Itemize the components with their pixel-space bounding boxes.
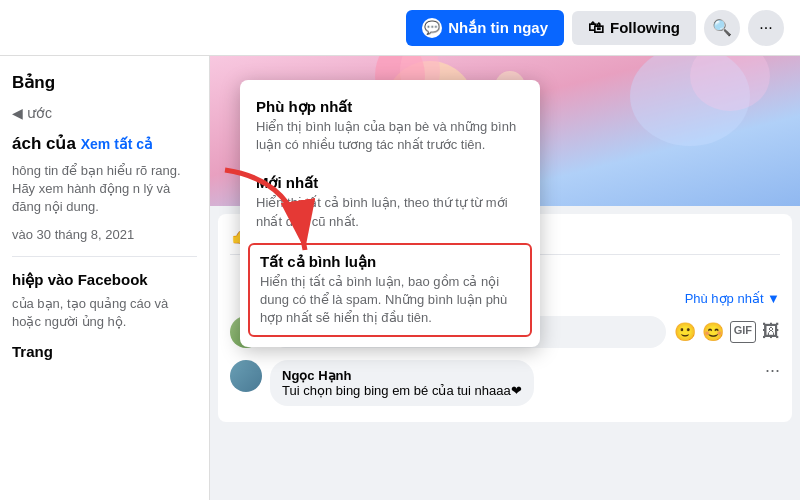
search-icon: 🔍 <box>712 18 732 37</box>
sidebar-divider <box>12 256 197 257</box>
dropdown-item-all[interactable]: Tất cả bình luận Hiển thị tất cả bình lu… <box>248 243 532 338</box>
sticker-icon[interactable]: 🖼 <box>762 321 780 343</box>
sidebar-page-link[interactable]: Trang <box>12 343 197 360</box>
filter-label[interactable]: Phù hợp nhất ▼ <box>685 291 780 306</box>
dropdown-item-best-desc: Hiển thị bình luận của bạn bè và những b… <box>256 118 524 154</box>
dropdown-item-all-desc: Hiển thị tất cả bình luận, bao gồm cả nộ… <box>260 273 520 328</box>
left-sidebar: Bảng ◀ ước ách của Xem tất cả hông tin đ… <box>0 56 210 500</box>
more-icon: ··· <box>759 19 772 37</box>
following-label: Following <box>610 19 680 36</box>
sidebar-title: Bảng <box>12 72 197 93</box>
comment-more-button[interactable]: ··· <box>765 360 780 381</box>
more-button[interactable]: ··· <box>748 10 784 46</box>
comment-icons: 🙂 😊 GIF 🖼 <box>674 321 780 343</box>
comment-bubble: Ngọc Hạnh Tui chọn bing bing em bé của t… <box>270 360 534 406</box>
dropdown-item-newest-title: Mới nhất <box>256 174 524 192</box>
sidebar-info-text: hông tin để bạn hiểu rõ rang. Hãy xem hà… <box>12 162 197 217</box>
following-button[interactable]: 🛍 Following <box>572 11 696 45</box>
emoji-icon[interactable]: 🙂 <box>674 321 696 343</box>
bag-icon: 🛍 <box>588 19 604 37</box>
gif-icon[interactable]: GIF <box>730 321 756 343</box>
comment-entry: Ngọc Hạnh Tui chọn bing bing em bé của t… <box>230 354 780 412</box>
info-title-text: ách của <box>12 134 76 153</box>
emoji2-icon[interactable]: 😊 <box>702 321 724 343</box>
dropdown-item-newest[interactable]: Mới nhất Hiển thị tất cả bình luận, theo… <box>240 164 540 240</box>
sort-dropdown: Phù hợp nhất Hiển thị bình luận của bạn … <box>240 80 540 347</box>
sidebar-info-title: ách của Xem tất cả <box>12 133 197 154</box>
search-button[interactable]: 🔍 <box>704 10 740 46</box>
messenger-icon: 💬 <box>422 18 442 38</box>
sidebar-section2-title: hiệp vào Facebook <box>12 271 197 289</box>
sidebar-date: vào 30 tháng 8, 2021 <box>12 227 197 242</box>
sidebar-section2-text: của bạn, tạo quảng cáo và hoặc người ủng… <box>12 295 197 331</box>
header-bar: 💬 Nhắn tin ngay 🛍 Following 🔍 ··· <box>0 0 800 56</box>
sidebar-back[interactable]: ◀ ước <box>12 105 197 121</box>
comment-text: Tui chọn bing bing em bé của tui nhaaa❤ <box>282 383 522 398</box>
message-label: Nhắn tin ngay <box>448 19 548 37</box>
view-all-link[interactable]: Xem tất cả <box>81 136 153 152</box>
message-button[interactable]: 💬 Nhắn tin ngay <box>406 10 564 46</box>
dropdown-item-newest-desc: Hiển thị tất cả bình luận, theo thứ tự t… <box>256 194 524 230</box>
dropdown-item-best-title: Phù hợp nhất <box>256 98 524 116</box>
comment-username: Ngọc Hạnh <box>282 368 522 383</box>
dropdown-item-best[interactable]: Phù hợp nhất Hiển thị bình luận của bạn … <box>240 88 540 164</box>
comment-user-avatar <box>230 360 262 392</box>
dropdown-item-all-title: Tất cả bình luận <box>260 253 520 271</box>
